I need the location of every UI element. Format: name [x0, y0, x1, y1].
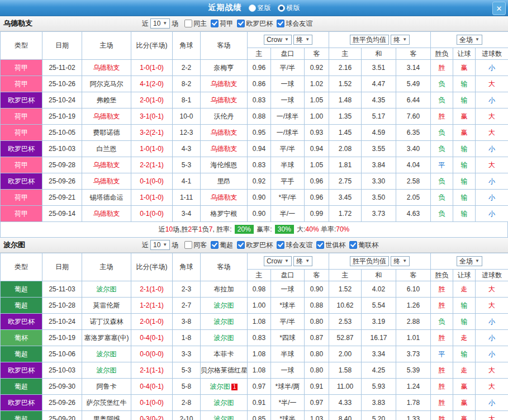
handicap-result-cell: 赢: [453, 108, 476, 125]
home-team-cell[interactable]: 白兰恩: [82, 141, 131, 157]
league-filter-checkbox[interactable]: 同客: [184, 240, 207, 250]
odds-source-select[interactable]: Crow▼: [264, 35, 292, 45]
home-team-cell[interactable]: 乌德勒支: [82, 157, 131, 173]
subcol-odds-away: 客: [305, 48, 329, 60]
home-team-cell[interactable]: 弗赖堡: [82, 92, 131, 108]
home-team-cell[interactable]: 乌德勒支: [82, 60, 131, 76]
league-filter-checkbox[interactable]: 葡超: [211, 240, 233, 250]
avg-time-select[interactable]: 终▼: [391, 35, 410, 45]
avg-group-header: 胜平负均值 终▼: [329, 253, 431, 270]
summary-part: 10: [165, 225, 173, 233]
away-team-cell[interactable]: 乌德勒支: [201, 125, 248, 141]
home-team-cell[interactable]: 费耶诺德: [82, 125, 131, 141]
home-team-cell[interactable]: 乌德勒支: [82, 206, 131, 222]
avg-home-cell: 1.52: [329, 76, 362, 92]
away-team-cell[interactable]: 波尔图: [201, 330, 248, 346]
handicap-result-cell: 输: [453, 157, 476, 173]
scope-select[interactable]: 全场▼: [457, 35, 482, 45]
avg-label-select[interactable]: 胜平负均值: [350, 35, 389, 45]
league-cell: 荷甲: [1, 157, 42, 173]
odds-home-cell: 0.83: [248, 330, 271, 346]
league-filter-checkbox[interactable]: 葡联杯: [349, 240, 378, 250]
away-team-cell[interactable]: 波尔图: [201, 314, 248, 330]
away-team-cell[interactable]: 布拉加: [201, 281, 248, 298]
layout-radio-horizontal[interactable]: 横版: [278, 3, 300, 13]
away-team-cell[interactable]: 本菲卡: [201, 346, 248, 362]
avg-draw-cell: 3.83: [362, 395, 396, 411]
away-team-cell[interactable]: 沃伦丹: [201, 108, 248, 125]
handicap-cell: 一/球半: [271, 125, 305, 141]
score-cell: 2-1(1-0): [131, 281, 173, 298]
avg-draw-cell: 4.59: [362, 125, 396, 141]
away-team-cell[interactable]: 波尔图: [201, 411, 248, 420]
away-team-cell[interactable]: 乌德勒支: [201, 92, 248, 108]
league-filter-checkbox[interactable]: 球会友谊: [277, 19, 312, 29]
subcol-goals: 进球数: [476, 48, 508, 60]
summary-part: 大:: [295, 225, 306, 233]
col-header-date: 日期: [42, 253, 82, 281]
league-filter-checkbox[interactable]: 球会友谊: [277, 240, 312, 250]
home-team-cell[interactable]: 阿鲁卡: [82, 379, 131, 395]
col-header-corner: 角球: [173, 32, 201, 60]
away-team-cell[interactable]: 乌德勒支: [201, 190, 248, 206]
home-team-cell[interactable]: 阿尔克马尔: [82, 76, 131, 92]
odds-time-select[interactable]: 终▼: [293, 256, 312, 266]
layout-radio-vertical[interactable]: 竖版: [249, 3, 271, 13]
home-team-cell[interactable]: 塞洛罗塞塞(中): [82, 330, 131, 346]
subcol-winloss: 胜负: [431, 48, 453, 60]
corner-cell: 8-1: [173, 92, 201, 108]
match-row: 荷甲 25-09-21 锡塔德命运 1-0(1-0) 1-11 乌德勒支 0.9…: [1, 190, 508, 206]
scope-select[interactable]: 全场▼: [457, 256, 482, 266]
odds-home-cell: 1.08: [248, 362, 271, 379]
home-team-cell[interactable]: 诺丁汉森林: [82, 314, 131, 330]
home-team-cell[interactable]: 萨尔茨堡红牛: [82, 395, 131, 411]
score-cell: 0-1(0-0): [131, 395, 173, 411]
league-cell: 欧罗巴杯: [1, 314, 42, 330]
close-button[interactable]: ✕: [492, 2, 506, 15]
page-title: 近期战绩: [208, 3, 242, 13]
filter-label: 葡超: [220, 240, 233, 250]
away-team-cell[interactable]: 波尔图: [201, 395, 248, 411]
away-team-cell[interactable]: 奈梅亨: [201, 60, 248, 76]
odds-away-cell: 0.96: [305, 190, 329, 206]
away-team-cell[interactable]: 波尔图1: [201, 379, 248, 395]
goals-result-cell: 大: [476, 76, 508, 92]
away-team-cell[interactable]: 贝尔格莱德红星: [201, 362, 248, 379]
away-team-cell[interactable]: 波尔图: [201, 298, 248, 314]
home-team-cell[interactable]: 锡塔德命运: [82, 190, 131, 206]
home-team-cell[interactable]: 里奥阿维: [82, 411, 131, 420]
avg-draw-cell: 5.17: [362, 108, 396, 125]
home-team-cell[interactable]: 波尔图: [82, 346, 131, 362]
odds-source-select[interactable]: Crow▼: [264, 256, 292, 266]
league-filter-checkbox[interactable]: 同主: [184, 19, 207, 29]
away-team-cell[interactable]: 格罗宁根: [201, 206, 248, 222]
avg-label-select[interactable]: 胜平负均值: [350, 256, 389, 266]
handicap-cell: 平手: [271, 173, 305, 190]
match-row: 葡杯 25-10-19 塞洛罗塞塞(中) 0-4(0-1) 1-8 波尔图 0.…: [1, 330, 508, 346]
league-filter-checkbox[interactable]: 欧罗巴杯: [237, 19, 273, 29]
goals-result-cell: 小: [476, 92, 508, 108]
away-team-cell[interactable]: 乌德勒支: [201, 76, 248, 92]
avg-time-select[interactable]: 终▼: [391, 256, 410, 266]
avg-draw-cell: 4.25: [362, 362, 396, 379]
avg-draw-cell: 5.93: [362, 379, 396, 395]
league-filter-checkbox[interactable]: 欧罗巴杯: [237, 240, 273, 250]
score-cell: 0-0(0-0): [131, 346, 173, 362]
home-team-cell[interactable]: 莫雷伦斯: [82, 298, 131, 314]
games-count-select[interactable]: 10 ▼: [150, 18, 170, 29]
away-team-cell[interactable]: 海伦维恩: [201, 157, 248, 173]
league-filter-checkbox[interactable]: 世俱杯: [316, 240, 345, 250]
away-team-cell[interactable]: 里昂: [201, 173, 248, 190]
subcol-odds-away: 客: [305, 270, 329, 281]
home-team-cell[interactable]: 波尔图: [82, 362, 131, 379]
odds-home-cell: 0.96: [248, 60, 271, 76]
odds-time-select[interactable]: 终▼: [293, 35, 312, 45]
league-filter-checkbox[interactable]: 荷甲: [211, 19, 233, 29]
goals-result-cell: 小: [476, 173, 508, 190]
home-team-cell[interactable]: 波尔图: [82, 281, 131, 298]
games-count-select[interactable]: 10 ▼: [150, 240, 170, 250]
home-team-cell[interactable]: 乌德勒支: [82, 108, 131, 125]
home-team-cell[interactable]: 乌德勒支: [82, 173, 131, 190]
away-team-cell[interactable]: 乌德勒支: [201, 141, 248, 157]
filter-label: 世俱杯: [325, 240, 345, 250]
